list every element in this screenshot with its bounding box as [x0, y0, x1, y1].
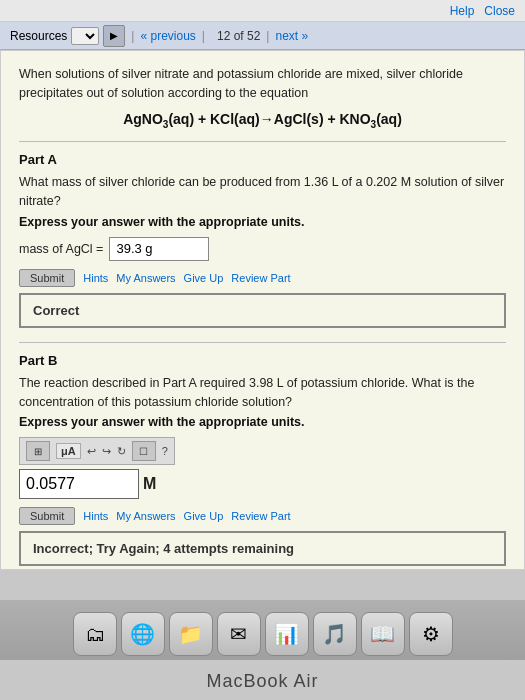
part-b-result-text: Incorrect; Try Again; 4 attempts remaini… [33, 541, 294, 556]
dock-item-finder[interactable]: 🗂 [73, 612, 117, 656]
part-b-submit-button[interactable]: Submit [19, 507, 75, 525]
part-a-review-link[interactable]: Review Part [231, 272, 290, 284]
toolbar-check-btn[interactable]: ☐ [132, 441, 156, 461]
part-b-my-answers-link[interactable]: My Answers [116, 510, 175, 522]
part-a-answer-row: mass of AgCl = [19, 237, 506, 261]
part-b-hints-link[interactable]: Hints [83, 510, 108, 522]
separator2: | [202, 29, 205, 43]
part-a-label: Part A [19, 152, 506, 167]
resources-select[interactable] [71, 27, 99, 45]
toolbar-question-icon[interactable]: ? [162, 445, 168, 457]
nav-bar: Resources ▶ | « previous | 12 of 52 | ne… [0, 22, 525, 50]
part-b-answer-row: M [19, 469, 506, 499]
part-b-review-link[interactable]: Review Part [231, 510, 290, 522]
dock-item-files[interactable]: 📁 [169, 612, 213, 656]
part-a-question: What mass of silver chloride can be prod… [19, 173, 506, 211]
toolbar-unit-label: μA [56, 443, 81, 459]
part-b-question: The reaction described in Part A require… [19, 374, 506, 412]
page-info: 12 of 52 [217, 29, 260, 43]
intro-text: When solutions of silver nitrate and pot… [19, 65, 506, 103]
dock-item-books[interactable]: 📖 [361, 612, 405, 656]
part-a-my-answers-link[interactable]: My Answers [116, 272, 175, 284]
part-a-result-box: Correct [19, 293, 506, 328]
toolbar-grid-btn[interactable]: ⊞ [26, 441, 50, 461]
dock-item-chart[interactable]: 📊 [265, 612, 309, 656]
part-b-give-up-link[interactable]: Give Up [184, 510, 224, 522]
dock-item-browser[interactable]: 🌐 [121, 612, 165, 656]
part-b-label: Part B [19, 353, 506, 368]
part-a-submit-button[interactable]: Submit [19, 269, 75, 287]
resources-label: Resources [10, 29, 67, 43]
top-bar: Help Close [0, 0, 525, 22]
part-b-unit-label: M [143, 475, 156, 493]
part-a-answer-input[interactable] [109, 237, 209, 261]
part-b-btn-row: Submit Hints My Answers Give Up Review P… [19, 507, 506, 525]
toolbar-redo-icon[interactable]: ↪ [102, 445, 111, 458]
part-a-hints-link[interactable]: Hints [83, 272, 108, 284]
part-a-answer-label: mass of AgCl = [19, 242, 103, 256]
separator: | [131, 29, 134, 43]
prev-link[interactable]: « previous [140, 29, 195, 43]
part-a-btn-row: Submit Hints My Answers Give Up Review P… [19, 269, 506, 287]
part-b-toolbar: ⊞ μA ↩ ↪ ↻ ☐ ? [19, 437, 175, 465]
part-b-result-box: Incorrect; Try Again; 4 attempts remaini… [19, 531, 506, 566]
macbook-label: MacBook Air [0, 671, 525, 692]
part-a-give-up-link[interactable]: Give Up [184, 272, 224, 284]
resources-section: Resources ▶ [10, 25, 125, 47]
part-a-express: Express your answer with the appropriate… [19, 215, 506, 229]
toolbar-undo-icon[interactable]: ↩ [87, 445, 96, 458]
next-link[interactable]: next » [275, 29, 308, 43]
main-content: When solutions of silver nitrate and pot… [0, 50, 525, 570]
nav-icon-btn[interactable]: ▶ [103, 25, 125, 47]
toolbar-refresh-icon[interactable]: ↻ [117, 445, 126, 458]
dock-item-mail[interactable]: ✉ [217, 612, 261, 656]
help-link[interactable]: Help [450, 4, 475, 18]
dock: 🗂 🌐 📁 ✉ 📊 🎵 📖 ⚙ [0, 600, 525, 660]
equation: AgNO3(aq) + KCl(aq)→AgCl(s) + KNO3(aq) [19, 111, 506, 130]
part-a-result-text: Correct [33, 303, 79, 318]
part-b-answer-input[interactable] [19, 469, 139, 499]
part-b-express: Express your answer with the appropriate… [19, 415, 506, 429]
dock-item-settings[interactable]: ⚙ [409, 612, 453, 656]
close-link[interactable]: Close [484, 4, 515, 18]
dock-item-music[interactable]: 🎵 [313, 612, 357, 656]
separator3: | [266, 29, 269, 43]
